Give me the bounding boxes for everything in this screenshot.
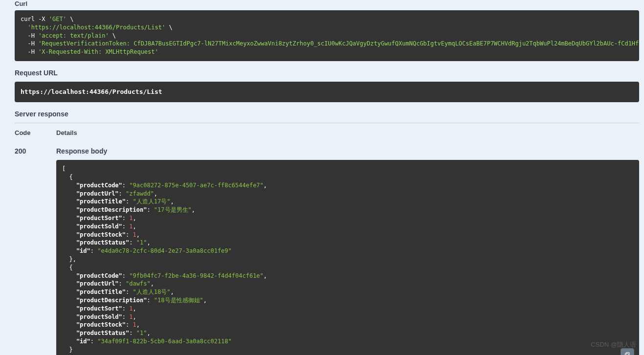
curl-label: Curl	[15, 0, 639, 7]
col-details-header: Details	[56, 123, 639, 142]
svg-rect-0	[626, 353, 629, 355]
clipboard-icon	[623, 351, 631, 355]
response-body-block: [ { "productCode": "9ac08272-875e-4507-a…	[56, 160, 639, 355]
status-code: 200	[15, 142, 56, 355]
col-code-header: Code	[15, 123, 56, 142]
copy-button[interactable]	[621, 348, 634, 355]
server-response-label: Server response	[15, 110, 639, 118]
request-url-block: https://localhost:44366/Products/List	[15, 82, 639, 102]
curl-command-block: curl -X 'GET' \ 'https://localhost:44366…	[15, 10, 639, 61]
request-url-label: Request URL	[15, 69, 639, 77]
response-table: Code Details 200 Response body [ { "prod…	[15, 123, 639, 355]
response-body-label: Response body	[56, 147, 639, 155]
